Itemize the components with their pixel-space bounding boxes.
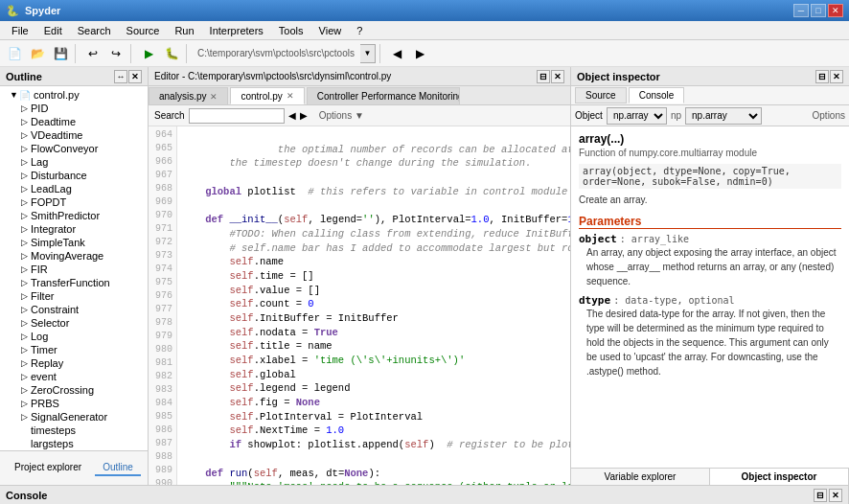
- tree-item-signalgen[interactable]: ▷ SignalGenerator: [2, 410, 146, 424]
- menu-tools[interactable]: Tools: [271, 23, 311, 38]
- tree-label-deadtime: Deadtime: [31, 116, 76, 127]
- tree-item-movingavg[interactable]: ▷ MovingAverage: [2, 249, 146, 263]
- menu-edit[interactable]: Edit: [36, 23, 70, 38]
- editor-undock-button[interactable]: ⊟: [537, 70, 550, 83]
- tab-control-py[interactable]: control.py ✕: [230, 87, 304, 104]
- new-file-button[interactable]: 📄: [4, 43, 25, 64]
- tree-item-disturbance[interactable]: ▷ Disturbance: [2, 169, 146, 182]
- next-button[interactable]: ▶: [410, 43, 431, 64]
- search-input[interactable]: [189, 108, 285, 124]
- tree-item-integrator[interactable]: ▷ Integrator: [2, 222, 146, 236]
- menu-view[interactable]: View: [311, 23, 350, 38]
- tree-item-pid[interactable]: ▷ PID: [2, 102, 146, 115]
- outline-header-buttons: ↔ ✕: [114, 70, 142, 83]
- expand-arrow-pid: ▷: [21, 103, 31, 113]
- tree-label-leadlag: LeadLag: [31, 183, 72, 195]
- tree-item-prbs[interactable]: ▷ PRBS: [2, 397, 146, 410]
- tree-item-selector[interactable]: ▷ Selector: [2, 316, 146, 330]
- toolbar: 📄 📂 💾 ↩ ↪ ▶ 🐛 C:\temporary\svm\pctools\s…: [0, 40, 849, 67]
- code-editor[interactable]: the optimal number of records can be all…: [177, 126, 570, 485]
- tab-analysis-py[interactable]: analysis.py ✕: [149, 87, 228, 104]
- tree-item-fopdt[interactable]: ▷ FOPDT: [2, 195, 146, 209]
- tab-close-control[interactable]: ✕: [287, 91, 294, 101]
- menu-source[interactable]: Source: [119, 23, 168, 38]
- outline-close-button[interactable]: ✕: [128, 70, 142, 83]
- tab-outline[interactable]: Outline: [95, 460, 141, 476]
- save-button[interactable]: 💾: [50, 43, 71, 64]
- tree-item-flowconveyor[interactable]: ▷ FlowConveyor: [2, 142, 146, 155]
- open-file-button[interactable]: 📂: [27, 43, 48, 64]
- object-dropdown[interactable]: np.array: [607, 107, 667, 125]
- outline-sync-button[interactable]: ↔: [114, 70, 127, 83]
- doc-signature: array(object, dtype=None, copy=True, ord…: [579, 164, 841, 189]
- tree-label-event: event: [31, 371, 57, 382]
- tree-label-fopdt: FOPDT: [31, 196, 66, 208]
- expand-arrow-dist: ▷: [21, 171, 31, 180]
- inspector-bottom-tabs: Variable explorer Object inspector: [571, 468, 849, 485]
- title-bar: 🐍 Spyder ─ □ ✕: [0, 0, 849, 21]
- tree-item-timer[interactable]: ▷ Timer: [2, 343, 146, 356]
- close-button[interactable]: ✕: [828, 4, 843, 17]
- prev-button[interactable]: ◀: [387, 43, 408, 64]
- console-close-button[interactable]: ✕: [829, 489, 842, 502]
- np-dropdown[interactable]: np.array: [685, 107, 762, 125]
- undo-button[interactable]: ↩: [82, 43, 103, 64]
- tab-object-inspector[interactable]: Object inspector: [710, 469, 849, 485]
- search-bar: Search ◀ ▶ Options ▼: [149, 105, 570, 126]
- expand-arrow-zc: ▷: [21, 385, 31, 395]
- inspector-undock-button[interactable]: ⊟: [815, 70, 829, 83]
- tree-item-smith[interactable]: ▷ SmithPredictor: [2, 209, 146, 222]
- options-button[interactable]: Options: [813, 110, 845, 121]
- search-prev-button[interactable]: ◀: [288, 110, 296, 121]
- tab-console[interactable]: Console: [629, 87, 685, 103]
- search-next-button[interactable]: ▶: [300, 110, 308, 121]
- tree-item-lag[interactable]: ▷ Lag: [2, 155, 146, 169]
- editor-content[interactable]: 964965966967968 969970971972973 97497597…: [149, 126, 570, 485]
- tab-source[interactable]: Source: [575, 87, 627, 103]
- tree-item-control-py[interactable]: ▼ 📄 control.py: [2, 88, 146, 102]
- menu-file[interactable]: File: [4, 23, 36, 38]
- expand-arrow-event: ▷: [21, 372, 31, 381]
- tree-item-largsteps[interactable]: largsteps: [2, 437, 146, 450]
- inspector-close-button[interactable]: ✕: [830, 70, 843, 83]
- tree-item-filter[interactable]: ▷ Filter: [2, 289, 146, 303]
- tree-item-deadtime[interactable]: ▷ Deadtime: [2, 115, 146, 128]
- menu-run[interactable]: Run: [167, 23, 201, 38]
- maximize-button[interactable]: □: [811, 4, 826, 17]
- app-icon: 🐍: [6, 5, 19, 17]
- tree-item-fir[interactable]: ▷ FIR: [2, 263, 146, 276]
- debug-button[interactable]: 🐛: [161, 43, 182, 64]
- tree-item-leadlag[interactable]: ▷ LeadLag: [2, 182, 146, 195]
- tab-close-analysis[interactable]: ✕: [210, 92, 218, 102]
- path-dropdown[interactable]: ▼: [360, 44, 376, 63]
- expand-arrow-prbs: ▷: [21, 399, 31, 408]
- tree-item-zerocrossing[interactable]: ▷ ZeroCrossing: [2, 383, 146, 397]
- tree-item-simpletank[interactable]: ▷ SimpleTank: [2, 236, 146, 249]
- param-dtype-type: : data-type, optional: [613, 295, 734, 306]
- editor-close-button[interactable]: ✕: [551, 70, 564, 83]
- tree-item-constraint[interactable]: ▷ Constraint: [2, 303, 146, 316]
- tab-controller-monitoring[interactable]: Controller Performance Monitoring using …: [307, 87, 460, 104]
- tree-item-log[interactable]: ▷ Log: [2, 330, 146, 343]
- tree-label-lag: Lag: [31, 156, 48, 168]
- tree-item-event[interactable]: ▷ event: [2, 370, 146, 383]
- outline-tree[interactable]: ▼ 📄 control.py ▷ PID ▷ Deadtime ▷ VDeadt…: [0, 86, 148, 450]
- tree-label-disturbance: Disturbance: [31, 170, 87, 181]
- run-button[interactable]: ▶: [138, 43, 159, 64]
- tab-variable-explorer[interactable]: Variable explorer: [571, 469, 710, 485]
- tab-project-explorer[interactable]: Project explorer: [7, 460, 89, 476]
- menu-interpreters[interactable]: Interpreters: [202, 23, 271, 38]
- tree-item-timesteps[interactable]: timesteps: [2, 424, 146, 437]
- menu-help[interactable]: ?: [349, 23, 370, 38]
- minimize-button[interactable]: ─: [793, 4, 809, 17]
- console-panel: Console ⊟ ✕ 🐍 Python 1 ✕ 🐍 IPython 1 ✕ 0…: [0, 486, 849, 504]
- menu-search[interactable]: Search: [70, 23, 119, 38]
- redo-button[interactable]: ↪: [105, 43, 126, 64]
- tree-item-tf[interactable]: ▷ TransferFunction: [2, 276, 146, 289]
- editor-tabs: analysis.py ✕ control.py ✕ Controller Pe…: [149, 86, 570, 105]
- param-dtype-name: dtype: [579, 294, 610, 307]
- tree-item-replay[interactable]: ▷ Replay: [2, 356, 146, 370]
- tree-item-vdeadtime[interactable]: ▷ VDeadtime: [2, 128, 146, 142]
- bottom-area: Console ⊟ ✕ 🐍 Python 1 ✕ 🐍 IPython 1 ✕ 0…: [0, 485, 849, 504]
- console-undock-button[interactable]: ⊟: [814, 489, 827, 502]
